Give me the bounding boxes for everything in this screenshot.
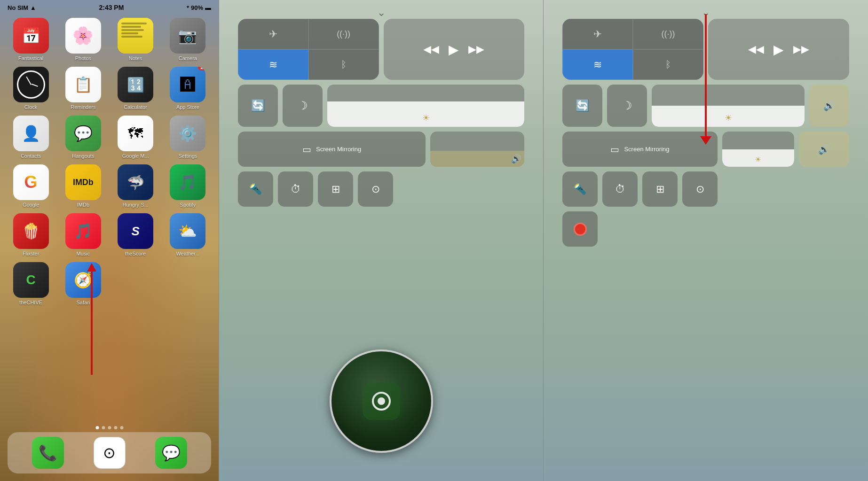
- cc-dnd-btn[interactable]: ☽: [283, 85, 323, 127]
- app-safari-icon[interactable]: 🧭: [65, 262, 101, 298]
- cc2-volume2-tile[interactable]: 🔊: [799, 132, 849, 167]
- cc2-airplane-btn[interactable]: ✈: [562, 19, 633, 49]
- app-camera[interactable]: 📷 Camera: [165, 18, 211, 61]
- cc-cellular-btn[interactable]: ((·)): [308, 19, 379, 49]
- cc-wifi-btn[interactable]: ≋: [238, 49, 308, 80]
- app-calculator[interactable]: 🔢 Calculator: [112, 67, 159, 110]
- cc2-bottom-row: 🔦 ⏱ ⊞ ⊙: [562, 171, 849, 207]
- cc-calc-btn[interactable]: ⊞: [318, 171, 353, 207]
- status-bar: No SIM ▲ 2:43 PM * 90% ▬: [0, 0, 219, 13]
- app-weather[interactable]: ⛅ Weather...: [165, 213, 211, 256]
- cc-orientation-btn[interactable]: 🔄: [238, 85, 278, 127]
- cc-brightness-sun-icon: ☀: [422, 113, 430, 123]
- cc-fastforward-btn[interactable]: ▶▶: [468, 43, 484, 55]
- cc2-record-btn[interactable]: [562, 211, 598, 247]
- app-flixster[interactable]: 🍿 Flixster: [8, 213, 54, 256]
- app-thechive-label: theCHIVE: [19, 300, 42, 305]
- app-weather-icon[interactable]: ⛅: [170, 213, 205, 249]
- cc2-cellular-btn[interactable]: ((·)): [633, 19, 703, 49]
- cc-media-block: ◀◀ ▶ ▶▶: [384, 19, 525, 80]
- cc2-orientation-btn[interactable]: 🔄: [562, 85, 602, 127]
- app-music-icon[interactable]: 🎵: [65, 213, 101, 249]
- cc2-flashlight-btn[interactable]: 🔦: [562, 171, 598, 207]
- app-clock[interactable]: Clock: [8, 67, 54, 110]
- app-reminders-icon[interactable]: 📋: [65, 67, 101, 102]
- app-imdb-icon[interactable]: IMDb: [65, 164, 101, 200]
- app-fantastical-label: Fantastical: [18, 55, 43, 61]
- app-flixster-icon[interactable]: 🍿: [13, 213, 49, 249]
- cc2-wifi-btn[interactable]: ≋: [562, 49, 633, 80]
- cc-brightness-slider[interactable]: ☀: [327, 85, 524, 127]
- app-photos[interactable]: 🌸 Photos: [60, 18, 106, 61]
- dock-phone-icon[interactable]: 📞: [32, 437, 64, 469]
- cc2-calc-btn[interactable]: ⊞: [642, 171, 678, 207]
- cc-screen-mirroring-btn[interactable]: ▭ Screen Mirroring: [238, 132, 426, 167]
- cc2-screen-mirroring-btn[interactable]: ▭ Screen Mirroring: [562, 132, 718, 167]
- app-music[interactable]: 🎵 Music: [60, 213, 106, 256]
- app-googlemaps[interactable]: 🗺 Google M...: [112, 116, 159, 159]
- app-safari[interactable]: 🧭 Safari: [60, 262, 106, 305]
- cc-flashlight-btn[interactable]: 🔦: [238, 171, 273, 207]
- app-hungrys[interactable]: 🦈 Hungry S...: [112, 164, 159, 208]
- cc-content: ✈ ((·)) ≋ ᛒ ◀◀ ▶ ▶▶ 🔄 ☽ ☀: [238, 19, 524, 211]
- app-appstore-icon[interactable]: 🅰 26: [170, 67, 205, 102]
- app-contacts-icon[interactable]: 👤: [13, 116, 49, 151]
- app-fantastical-icon[interactable]: 📅: [13, 18, 49, 54]
- cc-play-btn[interactable]: ▶: [449, 42, 459, 57]
- dock-messages-icon[interactable]: 💬: [155, 437, 187, 469]
- dock-chrome-icon[interactable]: ⊙: [94, 437, 126, 469]
- cc2-bluetooth-btn[interactable]: ᛒ: [633, 49, 703, 80]
- cc-screen-mirroring-icon: ▭: [302, 144, 311, 155]
- cc2-dnd-btn[interactable]: ☽: [607, 85, 647, 127]
- panel-iphone-home: No SIM ▲ 2:43 PM * 90% ▬ 📅 Fantastical 🌸…: [0, 0, 219, 481]
- cc-volume-slider[interactable]: 🔊: [430, 132, 524, 167]
- app-calculator-icon[interactable]: 🔢: [118, 67, 153, 102]
- app-notes[interactable]: Notes: [112, 18, 159, 61]
- app-hangouts[interactable]: 💬 Hangouts: [60, 116, 106, 159]
- dock-messages[interactable]: 💬: [155, 437, 187, 469]
- cc2-record-row: [562, 211, 849, 247]
- app-thechive[interactable]: C theCHIVE: [8, 262, 54, 305]
- app-contacts[interactable]: 👤 Contacts: [8, 116, 54, 159]
- cc2-play-btn[interactable]: ▶: [773, 42, 784, 57]
- cc2-camera-btn[interactable]: ⊙: [682, 171, 718, 207]
- app-clock-icon[interactable]: [13, 67, 49, 102]
- app-settings[interactable]: ⚙️ Settings: [165, 116, 211, 159]
- cc2-brightness-slider[interactable]: ☀: [652, 85, 805, 127]
- app-hungrys-icon[interactable]: 🦈: [118, 164, 153, 200]
- cc2-volume-tile[interactable]: 🔊: [809, 85, 849, 127]
- app-appstore[interactable]: 🅰 26 App Store: [165, 67, 211, 110]
- app-safari-label: Safari: [77, 300, 90, 305]
- app-hangouts-icon[interactable]: 💬: [65, 116, 101, 151]
- app-reminders[interactable]: 📋 Reminders: [60, 67, 106, 110]
- app-thescore[interactable]: S theScore: [112, 213, 159, 256]
- app-thescore-icon[interactable]: S: [118, 213, 153, 249]
- app-camera-icon[interactable]: 📷: [170, 18, 205, 54]
- page-dot-1: [95, 426, 99, 429]
- cc2-fastforward-btn[interactable]: ▶▶: [793, 43, 809, 55]
- app-notes-icon[interactable]: [118, 18, 153, 54]
- app-imdb[interactable]: IMDb IMDb: [60, 164, 106, 208]
- app-photos-icon[interactable]: 🌸: [65, 18, 101, 54]
- cc2-timer-btn[interactable]: ⏱: [602, 171, 638, 207]
- app-googlemaps-icon[interactable]: 🗺: [118, 116, 153, 151]
- cc2-media-block: ◀◀ ▶ ▶▶: [708, 19, 849, 80]
- app-spotify-icon[interactable]: 🎵: [170, 164, 205, 200]
- dock-chrome[interactable]: ⊙: [94, 437, 126, 469]
- app-thechive-icon[interactable]: C: [13, 262, 49, 298]
- cc-camera-btn[interactable]: ⊙: [358, 171, 393, 207]
- cc-airplane-btn[interactable]: ✈: [238, 19, 308, 49]
- app-settings-icon[interactable]: ⚙️: [170, 116, 205, 151]
- cc-rewind-btn[interactable]: ◀◀: [423, 43, 439, 55]
- bluetooth-icon: *: [187, 4, 189, 11]
- cc2-rewind-btn[interactable]: ◀◀: [748, 43, 764, 55]
- app-google[interactable]: G Google: [8, 164, 54, 208]
- cc-timer-btn[interactable]: ⏱: [278, 171, 313, 207]
- app-google-icon[interactable]: G: [13, 164, 49, 200]
- cc2-brightness-slider2[interactable]: ☀: [722, 132, 794, 167]
- app-fantastical[interactable]: 📅 Fantastical: [8, 18, 54, 61]
- cc-bluetooth-btn[interactable]: ᛒ: [308, 49, 379, 80]
- app-spotify[interactable]: 🎵 Spotify: [165, 164, 211, 208]
- dock-phone[interactable]: 📞: [32, 437, 64, 469]
- page-dot-2: [102, 426, 105, 429]
